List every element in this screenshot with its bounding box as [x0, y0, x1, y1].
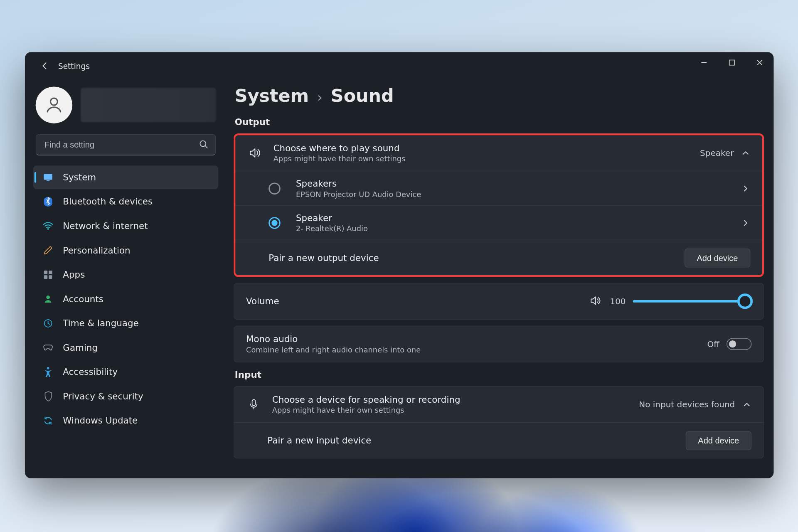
add-output-device-button[interactable]: Add device: [685, 248, 751, 267]
chevron-right-icon: [741, 184, 751, 193]
nav-time-language[interactable]: Time & language: [33, 311, 218, 335]
section-label-input: Input: [235, 369, 763, 380]
svg-rect-9: [44, 275, 48, 279]
nav-label: Bluetooth & devices: [63, 197, 153, 207]
svg-rect-14: [252, 400, 256, 406]
pair-input-row: Pair a new input device Add device: [234, 422, 764, 458]
profile-area[interactable]: [25, 86, 227, 134]
avatar: [36, 86, 73, 123]
volume-label: Volume: [246, 296, 578, 307]
back-button[interactable]: [34, 55, 56, 76]
nav-accessibility[interactable]: Accessibility: [33, 360, 218, 384]
breadcrumb-separator: ›: [318, 90, 323, 105]
output-header-subtitle: Apps might have their own settings: [273, 154, 690, 163]
input-card: Choose a device for speaking or recordin…: [234, 386, 764, 458]
svg-rect-3: [44, 174, 52, 180]
nav-label: Personalization: [63, 245, 130, 256]
volume-row[interactable]: Volume 100: [234, 283, 764, 319]
output-device-option[interactable]: Speaker 2- Realtek(R) Audio: [236, 205, 763, 240]
maximize-button[interactable]: [718, 52, 746, 73]
mono-subtitle: Combine left and right audio channels in…: [246, 345, 697, 354]
nav-bluetooth-devices[interactable]: Bluetooth & devices: [33, 190, 218, 214]
chevron-up-icon: [742, 400, 752, 409]
apps-icon: [43, 270, 54, 280]
nav-accounts[interactable]: Accounts: [33, 287, 218, 311]
device-desc: 2- Realtek(R) Audio: [296, 224, 730, 233]
maximize-icon: [729, 59, 735, 66]
pair-output-row: Pair a new output device Add device: [236, 240, 763, 276]
svg-rect-0: [729, 60, 734, 65]
nav-system[interactable]: System: [33, 165, 218, 189]
content-scroll[interactable]: System › Sound Output Choose where to pl: [234, 79, 770, 478]
nav-list: System Bluetooth & devices Network & int…: [25, 164, 227, 433]
input-status: No input devices found: [639, 400, 735, 409]
settings-window: Settings: [25, 52, 774, 478]
volume-value: 100: [609, 297, 626, 306]
nav-personalization[interactable]: Personalization: [33, 239, 218, 262]
volume-slider[interactable]: [633, 300, 752, 303]
nav-label: Apps: [63, 269, 85, 280]
breadcrumb: System › Sound: [234, 79, 764, 110]
sidebar: System Bluetooth & devices Network & int…: [25, 79, 227, 478]
nav-label: Accounts: [63, 294, 103, 305]
mono-audio-row[interactable]: Mono audio Combine left and right audio …: [234, 326, 764, 362]
shield-icon: [43, 391, 54, 402]
wifi-icon: [43, 222, 54, 230]
clock-icon: [43, 319, 54, 328]
nav-privacy-security[interactable]: Privacy & security: [33, 384, 218, 408]
svg-point-13: [47, 367, 49, 369]
input-header-row[interactable]: Choose a device for speaking or recordin…: [234, 387, 764, 423]
pair-output-label: Pair a new output device: [269, 252, 674, 263]
nav-label: Windows Update: [63, 415, 138, 426]
minimize-icon: [701, 59, 707, 66]
nav-label: System: [63, 172, 96, 183]
nav-label: Privacy & security: [63, 391, 143, 402]
nav-label: Gaming: [63, 342, 98, 353]
output-current-device: Speaker: [700, 148, 734, 158]
close-icon: [756, 59, 763, 66]
output-header-row[interactable]: Choose where to play sound Apps might ha…: [236, 135, 763, 171]
window-controls: [690, 52, 773, 73]
svg-point-11: [46, 296, 50, 299]
mono-state: Off: [707, 340, 720, 349]
nav-windows-update[interactable]: Windows Update: [33, 409, 218, 433]
minimize-button[interactable]: [690, 52, 718, 73]
add-input-device-button[interactable]: Add device: [686, 431, 752, 450]
person-icon: [43, 294, 54, 304]
mono-title: Mono audio: [246, 334, 697, 345]
section-label-output: Output: [235, 117, 763, 128]
gamepad-icon: [43, 344, 54, 352]
nav-gaming[interactable]: Gaming: [33, 336, 218, 360]
mono-audio-card: Mono audio Combine left and right audio …: [234, 326, 764, 363]
nav-network-internet[interactable]: Network & internet: [33, 214, 218, 238]
svg-point-6: [47, 228, 49, 230]
search-input[interactable]: [36, 134, 216, 155]
radio-selected[interactable]: [269, 217, 281, 229]
monitor-icon: [43, 172, 54, 183]
output-device-option[interactable]: Speakers EPSON Projector UD Audio Device: [236, 171, 763, 205]
svg-rect-10: [49, 275, 52, 279]
search-field[interactable]: [36, 134, 216, 155]
output-card: Choose where to play sound Apps might ha…: [234, 133, 764, 277]
person-icon: [44, 95, 64, 115]
breadcrumb-prev[interactable]: System: [235, 86, 309, 106]
chevron-right-icon: [741, 218, 751, 228]
device-name: Speakers: [296, 178, 730, 189]
speaker-loud-icon: [589, 294, 602, 309]
close-button[interactable]: [746, 52, 773, 73]
pair-input-label: Pair a new input device: [268, 435, 675, 446]
radio-unselected[interactable]: [269, 182, 281, 195]
svg-rect-4: [47, 180, 50, 181]
nav-apps[interactable]: Apps: [33, 263, 218, 286]
speaker-icon: [247, 146, 263, 160]
content-pane: System › Sound Output Choose where to pl: [227, 79, 773, 478]
svg-rect-8: [49, 271, 52, 274]
profile-name-area: [81, 88, 216, 122]
device-desc: EPSON Projector UD Audio Device: [296, 190, 730, 198]
input-header-title: Choose a device for speaking or recordin…: [272, 394, 628, 405]
titlebar: Settings: [25, 52, 774, 80]
mono-toggle[interactable]: [727, 338, 752, 350]
paintbrush-icon: [43, 245, 54, 256]
sync-icon: [43, 416, 54, 426]
app-title: Settings: [58, 62, 90, 70]
